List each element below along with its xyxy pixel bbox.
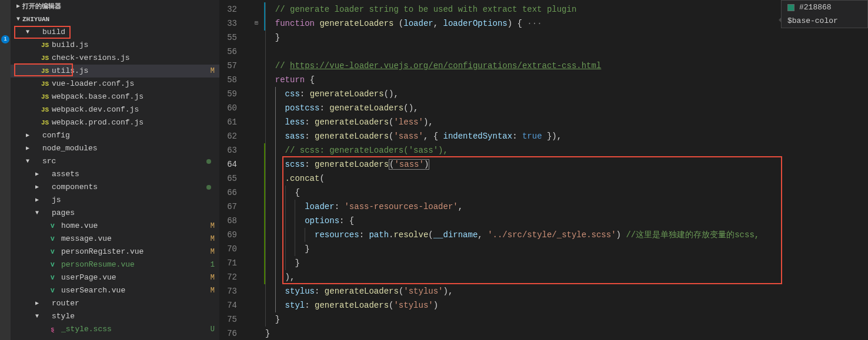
fold-cell bbox=[248, 87, 265, 101]
code-line[interactable]: } bbox=[265, 242, 868, 256]
chevron-right-icon: ▶ bbox=[33, 194, 41, 207]
line-number: 65 bbox=[219, 171, 237, 186]
vue-file-icon: V bbox=[51, 220, 61, 233]
tree-item-label: webpack.prod.conf.js bbox=[52, 116, 215, 129]
file-personRegister.vue[interactable]: VpersonRegister.vueM bbox=[11, 245, 219, 258]
js-file-icon: JS bbox=[41, 116, 52, 129]
fold-cell[interactable]: ⊞ bbox=[248, 16, 265, 31]
code-line[interactable]: .concat( bbox=[265, 171, 868, 186]
code-line[interactable]: sass: generateLoaders('sass', { indented… bbox=[265, 129, 868, 143]
chevron-down-icon: ▼ bbox=[14, 13, 22, 26]
chevron-right-icon: ▶ bbox=[24, 129, 32, 142]
git-status-badge: 1 bbox=[205, 258, 215, 271]
code-line[interactable]: loader: 'sass-resources-loader', bbox=[265, 200, 868, 214]
folder-style[interactable]: ▼style bbox=[11, 310, 219, 323]
file-userSearch.vue[interactable]: VuserSearch.vueM bbox=[11, 284, 219, 297]
line-number: 60 bbox=[219, 101, 237, 115]
line-number: 71 bbox=[219, 256, 237, 270]
fold-cell bbox=[248, 115, 265, 129]
tree-item-label: router bbox=[52, 297, 215, 310]
code-line[interactable]: less: generateLoaders('less'), bbox=[265, 115, 868, 129]
tree-item-label: build bbox=[42, 26, 215, 39]
file-webpack.base.conf.js[interactable]: JSwebpack.base.conf.js bbox=[11, 90, 219, 103]
folder-build[interactable]: ▼build bbox=[11, 26, 219, 39]
file-webpack.prod.conf.js[interactable]: JSwebpack.prod.conf.js bbox=[11, 116, 219, 129]
code-line[interactable]: // generate loader string to be used wit… bbox=[265, 2, 868, 16]
file-check-versions.js[interactable]: JScheck-versions.js bbox=[11, 52, 219, 65]
code-content[interactable]: // generate loader string to be used wit… bbox=[265, 0, 868, 340]
code-line[interactable]: } bbox=[265, 31, 868, 45]
chevron-down-icon: ▼ bbox=[33, 310, 41, 323]
vue-file-icon: V bbox=[51, 258, 61, 271]
code-line[interactable]: return { bbox=[265, 73, 868, 87]
file-utils.js[interactable]: JSutils.jsM bbox=[11, 65, 219, 78]
code-line[interactable] bbox=[265, 45, 868, 59]
code-line[interactable]: css: generateLoaders(), bbox=[265, 87, 868, 101]
folder-src[interactable]: ▼src bbox=[11, 155, 219, 168]
fold-gutter: ⊞ bbox=[248, 0, 265, 340]
chevron-down-icon: ▼ bbox=[24, 26, 32, 39]
fold-cell bbox=[248, 326, 265, 340]
code-line[interactable]: } bbox=[265, 326, 868, 340]
scm-badge[interactable]: 1 bbox=[1, 35, 9, 43]
code-line[interactable]: options: { bbox=[265, 214, 868, 228]
folder-router[interactable]: ▶router bbox=[11, 297, 219, 310]
folder-components[interactable]: ▶components bbox=[11, 181, 219, 194]
js-file-icon: JS bbox=[41, 78, 52, 90]
project-section[interactable]: ▼ ZHIYUAN bbox=[11, 13, 219, 26]
code-line[interactable]: function generateLoaders (loader, loader… bbox=[265, 16, 868, 31]
fold-cell bbox=[248, 228, 265, 242]
open-editors-section[interactable]: ▶ 打开的编辑器 bbox=[11, 0, 219, 13]
file-_style.scss[interactable]: ȿ_style.scssU bbox=[11, 323, 219, 336]
folder-node_modules[interactable]: ▶node_modules bbox=[11, 142, 219, 155]
line-number: 69 bbox=[219, 228, 237, 242]
code-line[interactable]: resources: path.resolve(__dirname, '../s… bbox=[265, 228, 868, 242]
git-status-badge: M bbox=[205, 220, 215, 233]
chevron-right-icon: ▶ bbox=[33, 168, 41, 181]
folder-js[interactable]: ▶js bbox=[11, 194, 219, 207]
tree-item-label: message.vue bbox=[61, 233, 205, 245]
code-line[interactable]: // scss: generateLoaders('sass'), bbox=[265, 143, 868, 157]
line-number: 66 bbox=[219, 186, 237, 200]
code-line[interactable]: } bbox=[265, 312, 868, 326]
code-editor[interactable]: 3233555657585960616263646566676869707172… bbox=[219, 0, 868, 340]
folder-assets[interactable]: ▶assets bbox=[11, 168, 219, 181]
line-number: 61 bbox=[219, 115, 237, 129]
code-line[interactable]: ), bbox=[265, 270, 868, 284]
line-number: 59 bbox=[219, 87, 237, 101]
tree-item-label: components bbox=[52, 181, 206, 194]
hover-var-row[interactable]: $base-color bbox=[782, 14, 867, 28]
folder-config[interactable]: ▶config bbox=[11, 129, 219, 142]
fold-cell bbox=[248, 284, 265, 298]
fold-cell bbox=[248, 242, 265, 256]
file-message.vue[interactable]: Vmessage.vueM bbox=[11, 233, 219, 245]
folder-pages[interactable]: ▼pages bbox=[11, 207, 219, 220]
code-line[interactable]: // https://vue-loader.vuejs.org/en/confi… bbox=[265, 59, 868, 73]
tree-item-label: _style.scss bbox=[61, 323, 205, 336]
scss-file-icon: ȿ bbox=[51, 323, 61, 336]
tree-item-label: personResume.vue bbox=[61, 258, 205, 271]
line-number: 75 bbox=[219, 312, 237, 326]
line-number: 74 bbox=[219, 298, 237, 312]
file-build.js[interactable]: JSbuild.js bbox=[11, 39, 219, 52]
file-personResume.vue[interactable]: VpersonResume.vue1 bbox=[11, 258, 219, 271]
file-home.vue[interactable]: Vhome.vueM bbox=[11, 220, 219, 233]
tree-item-label: userSearch.vue bbox=[61, 284, 205, 297]
git-status-badge: M bbox=[205, 245, 215, 258]
file-webpack.dev.conf.js[interactable]: JSwebpack.dev.conf.js bbox=[11, 103, 219, 116]
hover-color-row[interactable]: #218868 bbox=[782, 1, 867, 14]
js-file-icon: JS bbox=[41, 39, 52, 52]
code-line[interactable]: { bbox=[265, 186, 868, 200]
code-line[interactable]: styl: generateLoaders('stylus') bbox=[265, 298, 868, 312]
line-number: 68 bbox=[219, 214, 237, 228]
file-userPage.vue[interactable]: VuserPage.vueM bbox=[11, 271, 219, 284]
code-line[interactable]: postcss: generateLoaders(), bbox=[265, 101, 868, 115]
code-line[interactable]: } bbox=[265, 256, 868, 270]
code-line[interactable]: scss: generateLoaders('sass') bbox=[265, 157, 868, 171]
fold-cell bbox=[248, 143, 265, 157]
tree-item-label: webpack.base.conf.js bbox=[52, 90, 215, 103]
file-vue-loader.conf.js[interactable]: JSvue-loader.conf.js bbox=[11, 78, 219, 90]
git-status-badge: M bbox=[205, 284, 215, 297]
git-status-badge: M bbox=[205, 65, 215, 78]
code-line[interactable]: stylus: generateLoaders('stylus'), bbox=[265, 284, 868, 298]
